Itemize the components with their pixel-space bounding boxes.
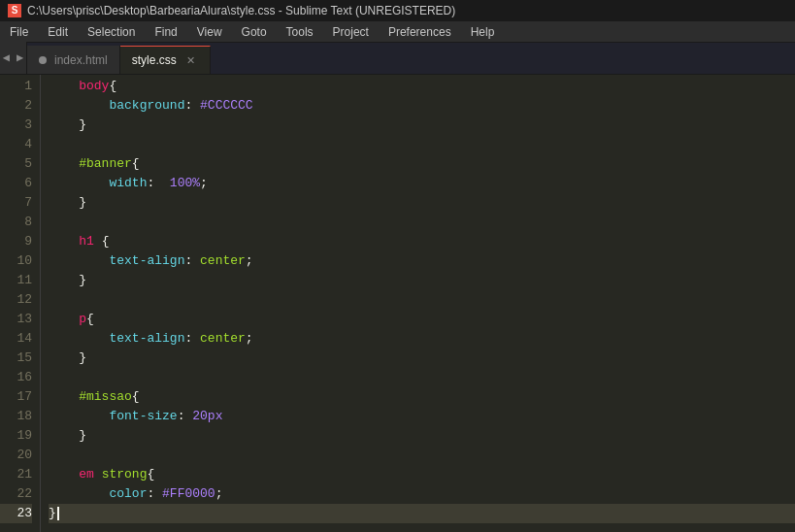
line-num-20: 20 bbox=[0, 446, 32, 465]
title-bar: S C:\Users\prisc\Desktop\BarbeariaAlura\… bbox=[0, 0, 795, 21]
line-num-1: 1 bbox=[0, 77, 32, 96]
line-num-13: 13 bbox=[0, 310, 32, 329]
line-num-2: 2 bbox=[0, 96, 32, 116]
tab-nav-button[interactable]: ◀ ▶ bbox=[0, 42, 27, 74]
window-title: C:\Users\prisc\Desktop\BarbeariaAlura\st… bbox=[27, 4, 455, 17]
line-num-19: 19 bbox=[0, 426, 32, 446]
code-line-6: width: 100%; bbox=[49, 174, 795, 193]
menu-bar: File Edit Selection Find View Goto Tools… bbox=[0, 21, 795, 43]
menu-goto[interactable]: Goto bbox=[232, 21, 277, 42]
menu-project[interactable]: Project bbox=[323, 21, 379, 42]
line-gutter: 1 2 3 4 5 6 7 8 9 10 11 12 13 14 15 16 1… bbox=[0, 75, 41, 532]
line-num-23: 23 bbox=[0, 504, 32, 523]
menu-find[interactable]: Find bbox=[145, 21, 186, 42]
line-num-16: 16 bbox=[0, 368, 32, 387]
line-num-10: 10 bbox=[0, 251, 32, 271]
code-line-17: #missao{ bbox=[49, 387, 795, 407]
code-line-12 bbox=[49, 290, 795, 310]
code-line-21: em strong{ bbox=[49, 465, 795, 484]
line-num-11: 11 bbox=[0, 271, 32, 290]
code-line-11: } bbox=[49, 271, 795, 290]
tab-label-style: style.css bbox=[132, 53, 177, 67]
line-num-5: 5 bbox=[0, 154, 32, 174]
code-line-16 bbox=[49, 368, 795, 387]
code-line-22: color: #FF0000; bbox=[49, 484, 795, 504]
line-num-8: 8 bbox=[0, 213, 32, 232]
code-line-8 bbox=[49, 213, 795, 232]
code-line-5: #banner{ bbox=[49, 154, 795, 174]
code-line-1: body{ bbox=[49, 77, 795, 96]
menu-preferences[interactable]: Preferences bbox=[379, 21, 461, 42]
line-num-22: 22 bbox=[0, 484, 32, 504]
code-content[interactable]: body{ background: #CCCCCC } #banner{ wid… bbox=[41, 75, 795, 532]
app-icon: S bbox=[8, 4, 21, 17]
line-num-21: 21 bbox=[0, 465, 32, 484]
code-line-4 bbox=[49, 135, 795, 154]
line-num-18: 18 bbox=[0, 407, 32, 426]
line-num-4: 4 bbox=[0, 135, 32, 154]
code-line-13: p{ bbox=[49, 310, 795, 329]
code-line-18: font-size: 20px bbox=[49, 407, 795, 426]
tab-dot bbox=[39, 56, 47, 64]
menu-selection[interactable]: Selection bbox=[78, 21, 145, 42]
line-num-17: 17 bbox=[0, 387, 32, 407]
menu-view[interactable]: View bbox=[187, 21, 232, 42]
menu-edit[interactable]: Edit bbox=[38, 21, 78, 42]
line-num-7: 7 bbox=[0, 193, 32, 213]
menu-tools[interactable]: Tools bbox=[277, 21, 323, 42]
tab-index-html[interactable]: index.html bbox=[27, 46, 120, 74]
code-line-23: } bbox=[49, 504, 795, 523]
tab-bar: ◀ ▶ index.html style.css ✕ bbox=[0, 43, 795, 75]
line-num-15: 15 bbox=[0, 349, 32, 368]
tab-style-css[interactable]: style.css ✕ bbox=[120, 46, 211, 74]
tab-close-button[interactable]: ✕ bbox=[184, 53, 198, 67]
code-line-2: background: #CCCCCC bbox=[49, 96, 795, 116]
editor-area: 1 2 3 4 5 6 7 8 9 10 11 12 13 14 15 16 1… bbox=[0, 75, 795, 532]
line-num-14: 14 bbox=[0, 329, 32, 349]
code-line-15: } bbox=[49, 349, 795, 368]
tab-label-index: index.html bbox=[54, 53, 108, 67]
line-num-6: 6 bbox=[0, 174, 32, 193]
menu-help[interactable]: Help bbox=[461, 21, 505, 42]
code-line-14: text-align: center; bbox=[49, 329, 795, 349]
line-num-12: 12 bbox=[0, 290, 32, 310]
code-line-9: h1 { bbox=[49, 232, 795, 251]
line-num-9: 9 bbox=[0, 232, 32, 251]
code-line-7: } bbox=[49, 193, 795, 213]
menu-file[interactable]: File bbox=[0, 21, 38, 42]
line-num-3: 3 bbox=[0, 116, 32, 135]
code-line-19: } bbox=[49, 426, 795, 446]
code-line-10: text-align: center; bbox=[49, 251, 795, 271]
code-line-20 bbox=[49, 446, 795, 465]
code-line-3: } bbox=[49, 116, 795, 135]
